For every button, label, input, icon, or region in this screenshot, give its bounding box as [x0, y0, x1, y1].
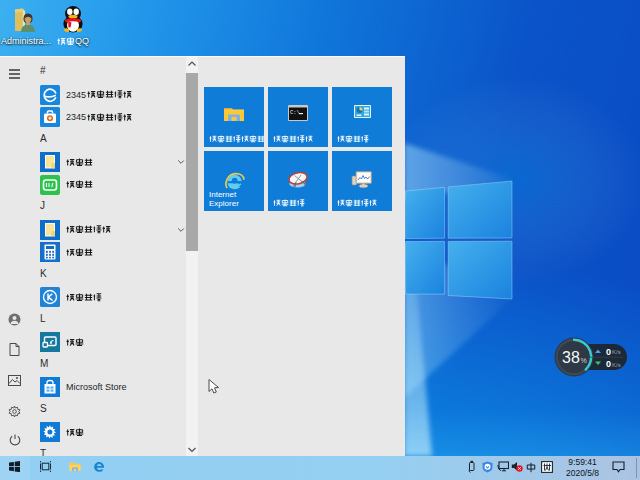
svg-text:%: %: [581, 357, 587, 364]
svg-text:38: 38: [562, 349, 580, 366]
svg-text:K/s: K/s: [612, 349, 621, 355]
svg-text:K/s: K/s: [612, 362, 621, 368]
svg-text:0: 0: [606, 359, 611, 369]
svg-text:0: 0: [606, 347, 611, 357]
svg-text:C:\: C:\: [290, 109, 300, 116]
